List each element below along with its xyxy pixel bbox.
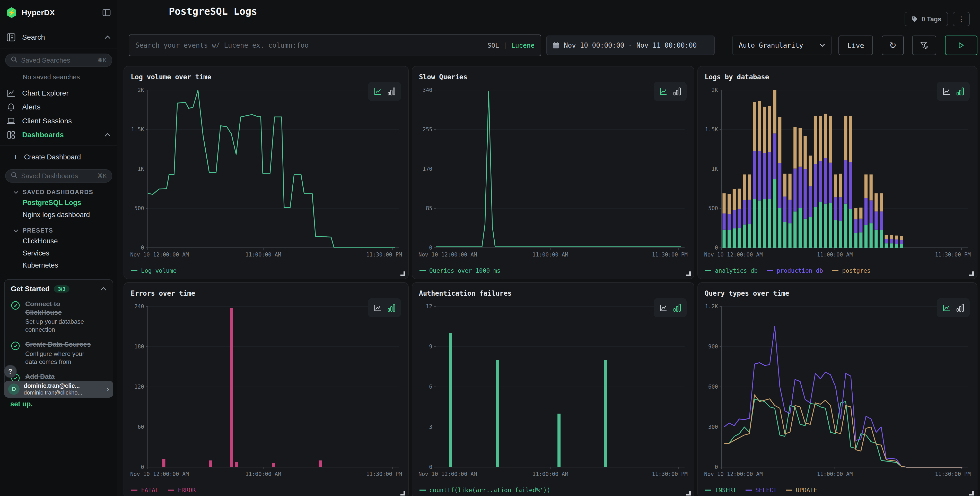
chevron-up-icon[interactable]: [100, 287, 107, 291]
tags-button[interactable]: 0 Tags: [905, 12, 948, 26]
sql-mode-toggle[interactable]: SQL: [487, 42, 499, 49]
bar-chart-icon[interactable]: [673, 87, 681, 96]
filter-button[interactable]: [912, 35, 936, 55]
sidebar-item-nginx-dashboard[interactable]: Nginx logs dashboard: [0, 209, 117, 221]
get-started-title: Get Started: [11, 285, 50, 293]
chart-type-toggle[interactable]: [937, 298, 970, 317]
sidebar-item-label: Dashboards: [22, 131, 98, 139]
sidebar: ⚡ HyperDX Search ⌘K No saved searches: [0, 0, 117, 496]
sidebar-item-dashboards[interactable]: Dashboards: [0, 128, 117, 142]
svg-text:0: 0: [429, 245, 432, 251]
sidebar-item-clickhouse[interactable]: ClickHouse: [0, 235, 117, 247]
saved-dashboards-search[interactable]: ⌘K: [5, 169, 112, 183]
resize-handle[interactable]: [969, 491, 974, 496]
saved-dashboards-input[interactable]: [21, 172, 94, 180]
svg-text:900: 900: [708, 343, 718, 350]
resize-handle[interactable]: [686, 491, 691, 496]
legend-item[interactable]: countIf(like(arr..ation failed%')): [420, 487, 550, 493]
live-button[interactable]: Live: [838, 35, 873, 55]
chart-panel-auth-failures: Authentication failures 129630Nov 10 12:…: [412, 282, 694, 496]
user-menu[interactable]: D dominic.tran@clic... dominic.tran@clic…: [4, 381, 113, 398]
user-name: dominic.tran@clic...: [24, 383, 102, 389]
brand-name: HyperDX: [22, 8, 98, 17]
collapse-sidebar-icon[interactable]: [102, 9, 111, 16]
bar-chart-icon[interactable]: [673, 303, 681, 312]
line-chart-icon[interactable]: [374, 303, 382, 312]
resize-handle[interactable]: [401, 491, 405, 496]
line-chart-icon[interactable]: [374, 87, 382, 96]
help-button[interactable]: ?: [4, 365, 16, 378]
event-search-box[interactable]: SQL | Lucene: [129, 35, 541, 56]
run-query-button[interactable]: [945, 35, 977, 55]
granularity-select[interactable]: Auto Granularity: [732, 35, 832, 55]
svg-text:300: 300: [708, 424, 718, 430]
saved-searches-input[interactable]: [21, 56, 94, 64]
legend-item[interactable]: ERROR: [168, 487, 196, 493]
sidebar-item-client-sessions[interactable]: Client Sessions: [0, 114, 117, 128]
legend-item[interactable]: Log volume: [131, 267, 177, 274]
legend-item[interactable]: UPDATE: [786, 487, 817, 493]
line-chart-icon[interactable]: [942, 303, 951, 312]
toolbar: SQL | Lucene Nov 10 00:00:00 - Nov 11 00…: [129, 35, 977, 56]
legend-item[interactable]: production_db: [767, 267, 823, 274]
chevron-up-icon[interactable]: [105, 35, 111, 39]
refresh-button[interactable]: ↻: [882, 35, 904, 55]
chart-legend: Log volume: [131, 267, 177, 274]
sidebar-item-alerts[interactable]: Alerts: [0, 100, 117, 114]
bar-chart-icon[interactable]: [956, 87, 964, 96]
svg-text:Nov 10 12:00:00 AM: Nov 10 12:00:00 AM: [418, 471, 477, 477]
line-chart-icon[interactable]: [659, 303, 668, 312]
bar-chart-icon[interactable]: [387, 87, 396, 96]
chevron-down-icon: [13, 229, 19, 232]
svg-text:11:30:00 PM: 11:30:00 PM: [652, 252, 688, 258]
section-label: PRESETS: [23, 227, 53, 234]
legend-item[interactable]: Queries over 1000 ms: [420, 267, 501, 274]
svg-text:255: 255: [423, 126, 432, 132]
check-circle-icon: [11, 300, 20, 333]
resize-handle[interactable]: [969, 271, 974, 276]
svg-text:0: 0: [715, 464, 718, 470]
legend-item[interactable]: analytics_db: [705, 267, 758, 274]
sidebar-item-chart-explorer[interactable]: Chart Explorer: [0, 86, 117, 100]
chart-type-toggle[interactable]: [937, 82, 970, 101]
sidebar-item-kubernetes[interactable]: Kubernetes: [0, 259, 117, 271]
chart-type-toggle[interactable]: [654, 298, 687, 317]
get-started-step[interactable]: Create Data Sources Configure where your…: [11, 340, 107, 366]
svg-text:11:30:00 PM: 11:30:00 PM: [366, 252, 402, 258]
chart-type-toggle[interactable]: [368, 82, 401, 101]
event-search-input[interactable]: [135, 41, 482, 49]
resize-handle[interactable]: [401, 271, 405, 276]
line-chart-icon[interactable]: [942, 87, 951, 96]
legend-item[interactable]: postgres: [832, 267, 870, 274]
more-options-button[interactable]: ⋮: [953, 12, 970, 26]
bar-chart-icon[interactable]: [387, 303, 396, 312]
resize-handle[interactable]: [686, 271, 691, 276]
legend-item[interactable]: FATAL: [131, 487, 159, 493]
sidebar-item-search[interactable]: Search: [0, 30, 117, 44]
presets-section-header[interactable]: PRESETS: [0, 221, 117, 235]
legend-swatch: [420, 490, 426, 491]
svg-text:1.2K: 1.2K: [705, 303, 718, 309]
avatar: D: [8, 383, 19, 395]
lucene-mode-toggle[interactable]: Lucene: [511, 42, 535, 49]
saved-dashboards-section-header[interactable]: SAVED DASHBOARDS: [0, 183, 117, 197]
chart-type-toggle[interactable]: [368, 298, 401, 317]
bar-chart-icon[interactable]: [956, 303, 964, 312]
chevron-up-icon[interactable]: [105, 133, 111, 137]
svg-text:1K: 1K: [138, 166, 145, 172]
sidebar-item-services[interactable]: Services: [0, 247, 117, 259]
line-chart-icon[interactable]: [659, 87, 668, 96]
chart-type-toggle[interactable]: [654, 82, 687, 101]
legend-item[interactable]: SELECT: [746, 487, 777, 493]
main-content: PostgreSQL Logs 0 Tags ⋮ SQL | Lucene No…: [117, 0, 980, 496]
step-description: Configure where your data comes from: [25, 350, 92, 366]
laptop-icon: [6, 117, 16, 124]
date-range-picker[interactable]: Nov 10 00:00:00 - Nov 11 00:00:00: [546, 35, 715, 55]
svg-text:2K: 2K: [138, 87, 145, 93]
get-started-step[interactable]: Connect to ClickHouse Set up your databa…: [11, 300, 107, 333]
sidebar-item-postgresql-logs[interactable]: PostgreSQL Logs: [0, 197, 117, 209]
saved-searches-search[interactable]: ⌘K: [5, 54, 112, 67]
create-dashboard-button[interactable]: + Create Dashboard: [0, 150, 117, 164]
legend-item[interactable]: INSERT: [705, 487, 736, 493]
filter-edit-icon: [920, 41, 928, 49]
